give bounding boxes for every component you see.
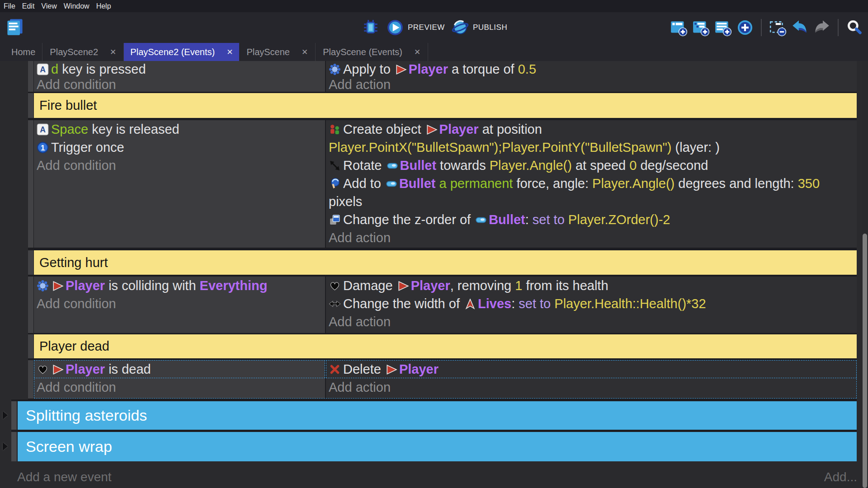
- event-getting-hurt: Player is colliding with Everything Add …: [28, 277, 857, 333]
- add-subevent-icon[interactable]: [692, 19, 710, 37]
- close-tab-icon[interactable]: ✕: [110, 47, 116, 57]
- svg-text:1: 1: [41, 144, 45, 152]
- tab-home[interactable]: Home: [0, 43, 42, 61]
- condition-collision[interactable]: Player is colliding with Everything: [34, 277, 325, 295]
- action-add-force-wrap[interactable]: pixels: [326, 192, 857, 211]
- event-apply-torque: Ad key is pressed Add condition Apply to…: [28, 61, 857, 92]
- event-handle[interactable]: [28, 250, 33, 275]
- event-player-dead: Player is dead Add condition Delete Play…: [28, 360, 857, 399]
- add-action-button[interactable]: Add action: [326, 378, 857, 396]
- event-handle[interactable]: [28, 61, 33, 92]
- comment-getting-hurt[interactable]: Getting hurt: [28, 250, 857, 275]
- add-more-button[interactable]: Add...: [824, 470, 857, 484]
- action-create-object-wrap[interactable]: Player.PointX("BulletSpawn");Player.Poin…: [326, 138, 857, 156]
- add-condition-button[interactable]: Add condition: [34, 78, 325, 92]
- create-object-icon: [329, 123, 341, 136]
- toolbar: PREVIEW PUBLISH: [0, 12, 868, 43]
- delete-selection-icon[interactable]: [769, 19, 787, 37]
- event-handle[interactable]: [28, 277, 33, 333]
- event-handle[interactable]: [28, 334, 33, 358]
- player-object-icon: [52, 364, 64, 375]
- action-apply-torque[interactable]: Apply to Player a torque of 0.5: [326, 61, 857, 78]
- bullet-object-icon: [475, 215, 487, 225]
- add-condition-button[interactable]: Add condition: [34, 378, 325, 396]
- close-tab-icon[interactable]: ✕: [302, 47, 308, 57]
- health-heart-icon: [329, 280, 341, 292]
- scrollbar-thumb[interactable]: [863, 234, 867, 488]
- menu-help[interactable]: Help: [96, 2, 111, 10]
- menu-view[interactable]: View: [41, 2, 57, 10]
- add-action-button[interactable]: Add action: [326, 313, 857, 331]
- keyboard-icon: A: [37, 123, 49, 136]
- group-splitting-asteroids[interactable]: Splitting asteroids: [11, 401, 857, 430]
- action-change-width[interactable]: Change the width of Lives: set to Player…: [326, 295, 857, 313]
- add-action-button[interactable]: Add action: [326, 78, 857, 92]
- event-handle[interactable]: [28, 93, 33, 118]
- action-change-zorder[interactable]: Change the z-order of Bullet: set to Pla…: [326, 211, 857, 229]
- event-handle[interactable]: [28, 120, 33, 248]
- toolbar-separator: [761, 19, 762, 36]
- event-handle[interactable]: [28, 360, 33, 399]
- close-tab-icon[interactable]: ✕: [414, 47, 420, 57]
- expand-arrow-icon[interactable]: [3, 442, 8, 450]
- add-condition-button[interactable]: Add condition: [34, 295, 325, 313]
- debugger-icon[interactable]: [362, 19, 380, 37]
- action-create-object[interactable]: Create object Player at position: [326, 120, 857, 138]
- player-object-icon: [426, 124, 438, 135]
- delete-x-icon: [329, 363, 341, 375]
- z-order-icon: [329, 214, 341, 226]
- tab-playscene2[interactable]: PlayScene2 ✕: [42, 43, 124, 61]
- group-handle[interactable]: [11, 432, 17, 461]
- condition-trigger-once[interactable]: 1Trigger once: [34, 138, 325, 156]
- action-add-force[interactable]: Add to Bullet a permanent force, angle: …: [326, 174, 857, 192]
- menu-edit[interactable]: Edit: [22, 2, 35, 10]
- add-comment-icon[interactable]: [714, 19, 732, 37]
- preview-button[interactable]: PREVIEW: [386, 19, 445, 37]
- health-heart-icon: [37, 363, 49, 375]
- menu-file[interactable]: File: [4, 2, 15, 10]
- undo-icon[interactable]: [791, 19, 809, 37]
- force-icon: [329, 178, 341, 190]
- player-object-icon: [397, 281, 409, 291]
- add-new-event-button[interactable]: Add a new event: [17, 470, 112, 484]
- search-icon[interactable]: [845, 19, 863, 37]
- add-condition-button[interactable]: Add condition: [34, 156, 325, 174]
- action-delete-player[interactable]: Delete Player: [326, 360, 857, 378]
- expand-arrow-icon[interactable]: [3, 411, 8, 419]
- gdevelop-window: File Edit View Window Help: [0, 0, 868, 488]
- player-object-icon: [395, 64, 407, 75]
- event-fire-bullet: ASpace key is released 1Trigger once Add…: [28, 120, 857, 248]
- width-arrows-icon: [329, 298, 341, 310]
- publish-label: PUBLISH: [473, 23, 507, 32]
- tab-playscene-events[interactable]: PlayScene (Events) ✕: [316, 43, 428, 61]
- player-object-icon: [386, 364, 397, 375]
- action-damage-player[interactable]: Damage Player, removing 1 from its healt…: [326, 277, 857, 295]
- condition-key-pressed[interactable]: Ad key is pressed: [34, 61, 325, 78]
- action-rotate-bullet[interactable]: Rotate Bullet towards Player.Angle() at …: [326, 156, 857, 174]
- condition-key-released[interactable]: ASpace key is released: [34, 120, 325, 138]
- rotate-icon: [329, 160, 341, 172]
- group-screen-wrap[interactable]: Screen wrap: [11, 432, 857, 461]
- svg-text:A: A: [40, 125, 46, 134]
- group-handle[interactable]: [11, 401, 17, 430]
- bullet-object-icon: [387, 160, 398, 171]
- close-tab-icon[interactable]: ✕: [226, 47, 233, 57]
- menu-bar: File Edit View Window Help: [0, 0, 868, 12]
- tab-playscene2-events[interactable]: PlayScene2 (Events) ✕: [124, 43, 239, 61]
- events-footer: [0, 461, 868, 488]
- comment-fire-bullet[interactable]: Fire bullet: [28, 93, 857, 118]
- add-plus-icon[interactable]: [736, 19, 754, 37]
- menu-window[interactable]: Window: [64, 2, 90, 10]
- gdevelop-logo-icon[interactable]: [5, 18, 24, 37]
- redo-icon[interactable]: [813, 19, 831, 37]
- tab-playscene[interactable]: PlayScene ✕: [239, 43, 316, 61]
- publish-button[interactable]: PUBLISH: [451, 19, 507, 37]
- add-action-button[interactable]: Add action: [326, 229, 857, 247]
- add-event-icon[interactable]: [670, 19, 688, 37]
- comment-player-dead[interactable]: Player dead: [28, 334, 857, 358]
- preview-play-icon: [386, 19, 404, 37]
- bullet-object-icon: [386, 178, 397, 189]
- preview-label: PREVIEW: [408, 23, 445, 32]
- condition-player-dead[interactable]: Player is dead: [34, 360, 325, 378]
- tab-bar: Home PlayScene2 ✕ PlayScene2 (Events) ✕ …: [0, 43, 868, 61]
